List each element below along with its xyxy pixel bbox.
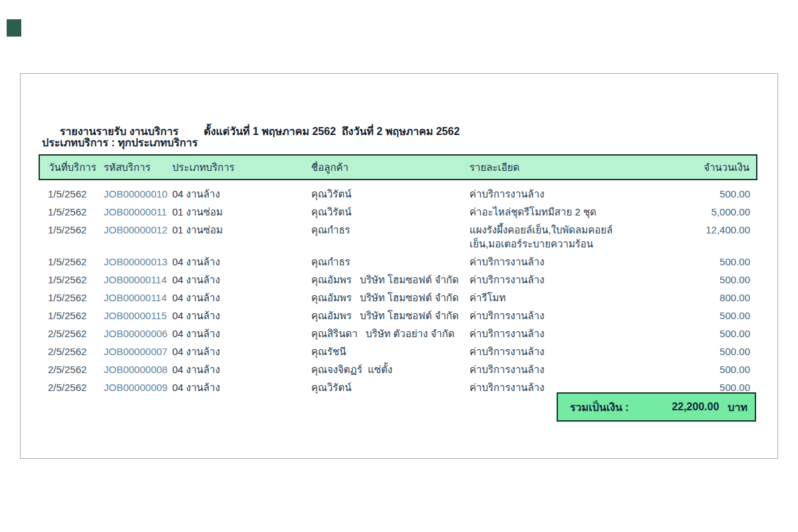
cell-type: 04 งานล้าง (172, 324, 311, 342)
summary-box: รวมเป็นเงิน : 22,200.00 บาท (557, 392, 756, 422)
report-page: รายงานรายรับ งานบริการตั้งแต่วันที่ 1 พฤ… (20, 73, 778, 459)
summary-total-amount: 22,200.00 (672, 401, 719, 413)
cell-detail: ค่าบริการงานล้าง (469, 270, 644, 288)
table-row: 1/5/2562JOB0000001201 งานซ่อมคุณกำธรแผงร… (39, 220, 757, 252)
cell-code: JOB00000009 (104, 378, 172, 396)
cell-code: JOB00000114 (104, 270, 172, 288)
header-row: วันที่บริการ รหัสบริการ ประเภทบริการ ชื่… (39, 155, 757, 180)
cell-customer: คุณสิรินดา บริษัท ตัวอย่าง จำกัด (311, 324, 469, 342)
header-detail: รายละเอียด (469, 155, 644, 180)
cell-date: 1/5/2562 (39, 220, 104, 252)
cell-type: 04 งานล้าง (172, 360, 311, 378)
cell-date: 2/5/2562 (39, 378, 104, 396)
cell-date: 1/5/2562 (39, 306, 104, 324)
cell-customer: คุณวิรัตน์ (311, 202, 469, 220)
cell-amount: 500.00 (644, 342, 757, 360)
cell-date: 1/5/2562 (39, 288, 104, 306)
cell-customer: คุณกำธร (311, 252, 469, 270)
cell-type: 04 งานล้าง (172, 270, 311, 288)
cell-type: 04 งานล้าง (172, 342, 311, 360)
cell-code: JOB00000013 (104, 252, 172, 270)
report-table-header: วันที่บริการ รหัสบริการ ประเภทบริการ ชื่… (39, 155, 757, 180)
table-row: 1/5/2562JOB0000011404 งานล้างคุณอัมพร บร… (39, 270, 757, 288)
cell-customer: คุณอัมพร บริษัท โฮมซอฟต์ จำกัด (311, 306, 469, 324)
cell-type: 04 งานล้าง (172, 180, 311, 202)
cell-amount: 500.00 (644, 252, 757, 270)
report-date-range: ตั้งแต่วันที่ 1 พฤษภาคม 2562 ถึงวันที่ 2… (203, 126, 460, 137)
cell-amount: 5,000.00 (644, 202, 757, 220)
report-table-body: 1/5/2562JOB0000001004 งานล้างคุณวิรัตน์ค… (39, 180, 757, 396)
cell-code: JOB00000010 (104, 180, 172, 202)
table-row: 1/5/2562JOB0000011504 งานล้างคุณอัมพร บร… (39, 306, 757, 324)
cell-detail: ค่าอะไหล่ชุดรีโมทมีสาย 2 ชุด (469, 202, 644, 220)
cell-date: 2/5/2562 (39, 324, 104, 342)
cell-type: 04 งานล้าง (172, 252, 311, 270)
cell-customer: คุณวิรัตน์ (311, 180, 469, 202)
cell-detail: ค่ารีโมท (469, 288, 644, 306)
table-row: 1/5/2562JOB0000001101 งานซ่อมคุณวิรัตน์ค… (39, 202, 757, 220)
cell-amount: 500.00 (644, 270, 757, 288)
cell-type: 04 งานล้าง (172, 288, 311, 306)
cell-code: JOB00000114 (104, 288, 172, 306)
header-customer-name: ชื่อลูกค้า (311, 155, 469, 180)
cell-date: 2/5/2562 (39, 342, 104, 360)
cell-type: 01 งานซ่อม (172, 220, 311, 252)
header-amount: จำนวนเงิน (644, 155, 757, 180)
header-service-code: รหัสบริการ (104, 155, 172, 180)
cell-code: JOB00000008 (104, 360, 172, 378)
cell-amount: 500.00 (644, 360, 757, 378)
cell-customer: คุณวิรัตน์ (311, 378, 469, 396)
cell-amount: 500.00 (644, 306, 757, 324)
cell-code: JOB00000007 (104, 342, 172, 360)
header-service-type: ประเภทบริการ (172, 155, 311, 180)
cell-code: JOB00000012 (104, 220, 172, 252)
cell-type: 01 งานซ่อม (172, 202, 311, 220)
summary-label: รวมเป็นเงิน : (558, 399, 629, 416)
cell-type: 04 งานล้าง (172, 306, 311, 324)
cell-customer: คุณกำธร (311, 220, 469, 252)
cell-date: 2/5/2562 (39, 360, 104, 378)
table-row: 1/5/2562JOB0000001304 งานล้างคุณกำธรค่าบ… (39, 252, 757, 270)
report-service-type-line: ประเภทบริการ : ทุกประเภทบริการ (42, 134, 198, 151)
header-service-date: วันที่บริการ (39, 155, 104, 180)
cell-customer: คุณรัชนี (311, 342, 469, 360)
cell-detail: ค่าบริการงานล้าง (469, 324, 644, 342)
table-row: 2/5/2562JOB0000000604 งานล้างคุณสิรินดา … (39, 324, 757, 342)
cell-detail: ค่าบริการงานล้าง (469, 360, 644, 378)
cell-code: JOB00000011 (104, 202, 172, 220)
report-viewer: รายงานรายรับ งานบริการตั้งแต่วันที่ 1 พฤ… (0, 0, 798, 532)
cell-detail: แผงรังผึ้งคอยล์เย็น,ใบพัดลมคอยล์เย็น,มอเ… (469, 220, 644, 252)
table-row: 2/5/2562JOB0000000704 งานล้างคุณรัชนีค่า… (39, 342, 757, 360)
cell-amount: 800.00 (644, 288, 757, 306)
corner-marker (7, 19, 21, 37)
cell-customer: คุณอัมพร บริษัท โฮมซอฟต์ จำกัด (311, 288, 469, 306)
cell-date: 1/5/2562 (39, 252, 104, 270)
cell-amount: 500.00 (644, 324, 757, 342)
cell-type: 04 งานล้าง (172, 378, 311, 396)
table-row: 1/5/2562JOB0000011404 งานล้างคุณอัมพร บร… (39, 288, 757, 306)
cell-amount: 12,400.00 (644, 220, 757, 252)
table-row: 2/5/2562JOB0000000804 งานล้างคุณจงจิตฏร์… (39, 360, 757, 378)
cell-date: 1/5/2562 (39, 180, 104, 202)
cell-date: 1/5/2562 (39, 202, 104, 220)
cell-customer: คุณจงจิตฏร์ แซ่ตั้ง (311, 360, 469, 378)
summary-currency: บาท (728, 399, 755, 416)
cell-detail: ค่าบริการงานล้าง (469, 180, 644, 202)
cell-code: JOB00000115 (104, 306, 172, 324)
cell-date: 1/5/2562 (39, 270, 104, 288)
cell-customer: คุณอัมพร บริษัท โฮมซอฟต์ จำกัด (311, 270, 469, 288)
cell-detail: ค่าบริการงานล้าง (469, 306, 644, 324)
report-table: วันที่บริการ รหัสบริการ ประเภทบริการ ชื่… (39, 154, 757, 396)
table-row: 1/5/2562JOB0000001004 งานล้างคุณวิรัตน์ค… (39, 180, 757, 202)
cell-amount: 500.00 (644, 180, 757, 202)
cell-detail: ค่าบริการงานล้าง (469, 252, 644, 270)
cell-detail: ค่าบริการงานล้าง (469, 342, 644, 360)
cell-code: JOB00000006 (104, 324, 172, 342)
